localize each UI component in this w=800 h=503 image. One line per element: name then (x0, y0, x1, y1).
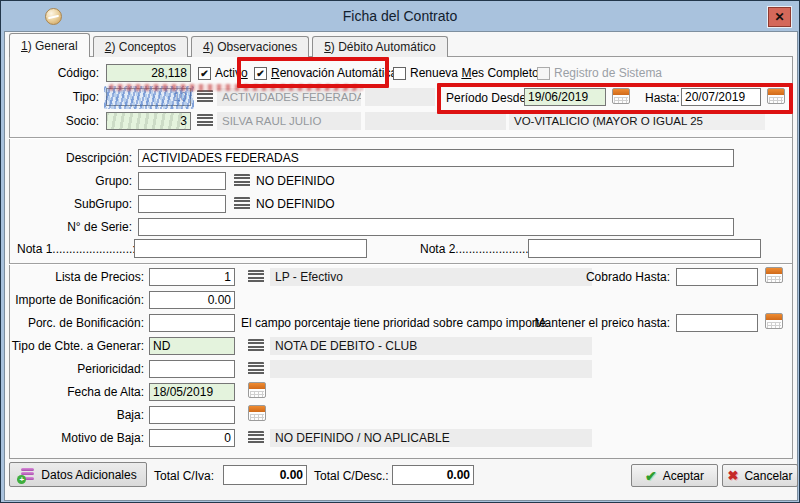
tipo-lookup-icon[interactable] (197, 90, 213, 103)
tipo-extra-bar (365, 88, 435, 106)
tipo-label: Tipo: (73, 90, 99, 104)
cobrado-hasta-field[interactable] (676, 268, 758, 286)
socio-nombre-bar: SILVA RAUL JULIO (217, 112, 361, 130)
codigo-label: Código: (58, 66, 99, 80)
tab-conceptos[interactable]: 2) Conceptos (93, 36, 188, 57)
lista-precios-label: Lista de Precios: (55, 270, 144, 284)
serie-label: N° de Serie: (67, 220, 132, 234)
grupo-label: Grupo: (95, 174, 132, 188)
baja-label: Baja: (117, 408, 144, 422)
nota1-field[interactable] (134, 239, 367, 258)
redaction-scribble-socio (106, 112, 186, 130)
calendar-icon[interactable] (248, 405, 266, 421)
mantener-precio-field[interactable] (676, 314, 758, 332)
tab-general[interactable]: 1) General (9, 33, 90, 57)
aceptar-button[interactable]: ✔ Aceptar (631, 464, 718, 487)
total-desc-field: 0.00 (392, 465, 474, 485)
perioricidad-display (270, 360, 592, 378)
checkbox-renueva-box (393, 67, 406, 80)
close-icon[interactable]: ✕ (768, 7, 791, 27)
calendar-icon[interactable] (248, 382, 266, 398)
subgrupo-display: NO DEFINIDO (256, 197, 335, 211)
subgrupo-field[interactable] (138, 195, 226, 213)
motivo-baja-field[interactable]: 0 (149, 429, 235, 447)
nota1-label: Nota 1........................: (17, 242, 136, 256)
calendar-icon[interactable] (765, 267, 783, 283)
separator (9, 263, 792, 265)
dialog-title: Ficha del Contrato (1, 8, 799, 24)
fecha-alta-field[interactable]: 18/05/2019 (149, 383, 235, 401)
check-icon: ✔ (645, 468, 657, 484)
socio-categoria-bar: VO-VITALICIO (MAYOR O IGUAL 25 (509, 112, 765, 130)
nota2-label: Nota 2.......................: (420, 242, 535, 256)
grupo-lookup-icon[interactable] (234, 174, 250, 187)
annotation-rect-periodo (437, 83, 793, 114)
subgrupo-label: SubGrupo: (74, 197, 132, 211)
subgrupo-lookup-icon[interactable] (234, 197, 250, 210)
importe-bonif-label: Importe de Bonificación: (15, 293, 144, 307)
cobrado-hasta-label: Cobrado Hasta: (586, 270, 670, 284)
database-add-icon: + (19, 468, 35, 482)
fecha-alta-label: Fecha de Alta: (67, 385, 144, 399)
titlebar: Ficha del Contrato ✕ (1, 1, 799, 31)
tipo-cbte-lookup-icon[interactable] (248, 339, 264, 352)
porc-bonif-hint: El campo porcentaje tiene prioridad sobr… (241, 316, 549, 330)
calendar-icon[interactable] (765, 313, 783, 329)
total-desc-label: Total C/Desc.: (314, 469, 389, 483)
annotation-rect-renovacion (237, 57, 389, 88)
perioricidad-lookup-icon[interactable] (248, 362, 264, 375)
tipo-cbte-display: NOTA DE DEBITO - CLUB (270, 337, 592, 355)
socio-lookup-icon[interactable] (197, 114, 213, 127)
serie-field[interactable] (138, 218, 734, 236)
descripcion-label: Descripción: (66, 151, 132, 165)
total-iva-label: Total C/Iva: (154, 469, 214, 483)
x-icon: ✖ (728, 468, 739, 483)
lista-precios-lookup-icon[interactable] (248, 270, 264, 283)
tab-debito-automatico[interactable]: 5) Débito Automático (312, 36, 447, 57)
socio-label: Socio: (66, 114, 99, 128)
nota2-field[interactable] (528, 239, 761, 258)
baja-field[interactable] (149, 406, 235, 424)
cancelar-button[interactable]: ✖ Cancelar (722, 464, 798, 487)
lista-precios-display: LP - Efectivo (270, 268, 592, 286)
checkbox-renueva-mes-completo[interactable]: Renueva Mes Completo (393, 65, 539, 81)
mantener-precio-label: Mantener el preico hasta: (535, 316, 670, 330)
grupo-field[interactable] (138, 172, 226, 190)
perioricidad-field[interactable] (149, 360, 235, 378)
porc-bonif-label: Porc. de Bonificación: (28, 316, 144, 330)
tab-observaciones[interactable]: 4) Observaciones (191, 36, 309, 57)
total-iva-field: 0.00 (223, 465, 307, 485)
tab-strip: 1) General 2) Conceptos 4) Observaciones… (9, 33, 448, 57)
tipo-cbte-label: Tipo de Cbte. a Generar: (12, 339, 144, 353)
checkbox-activo-box: ✔ (198, 67, 211, 80)
datos-adicionales-button[interactable]: + Datos Adicionales (9, 462, 147, 487)
descripcion-field[interactable]: ACTIVIDADES FEDERADAS (138, 149, 734, 167)
tipo-cbte-field[interactable]: ND (149, 337, 235, 355)
motivo-baja-display: NO DEFINIDO / NO APLICABLE (270, 429, 592, 447)
separator (9, 137, 792, 139)
motivo-baja-lookup-icon[interactable] (248, 431, 264, 444)
motivo-baja-label: Motivo de Baja: (61, 431, 144, 445)
porc-bonif-field[interactable] (149, 314, 235, 332)
checkbox-registro-box (537, 67, 550, 80)
codigo-field[interactable]: 28,118 (106, 64, 191, 82)
checkbox-registro-de-sistema: Registro de Sistema (537, 65, 662, 81)
dialog-ficha-del-contrato: Ficha del Contrato ✕ 1) General 2) Conce… (0, 0, 800, 503)
importe-bonif-field[interactable]: 0.00 (149, 291, 235, 309)
socio-extra-bar (365, 112, 506, 130)
lista-precios-field[interactable]: 1 (149, 268, 235, 286)
grupo-display: NO DEFINIDO (256, 174, 335, 188)
perioricidad-label: Perioricidad: (77, 362, 144, 376)
